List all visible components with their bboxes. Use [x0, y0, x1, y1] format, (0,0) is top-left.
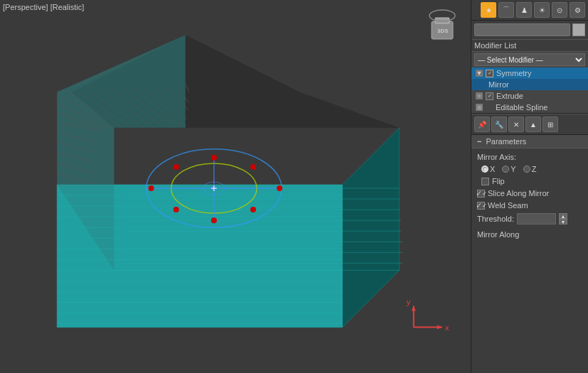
- utility-icon[interactable]: ⚙: [570, 2, 585, 18]
- svg-text:y: y: [407, 298, 411, 306]
- slice-along-mirror-checkbox[interactable]: ✓: [477, 190, 485, 198]
- modifier-select[interactable]: — Select Modifier —: [474, 53, 585, 66]
- editable-spline-label: Editable Spline: [496, 103, 547, 112]
- object-name-input[interactable]: Rectangle003: [474, 23, 570, 36]
- slice-along-mirror-label: Slice Along Mirror: [488, 189, 549, 198]
- parameters-section: Parameters Mirror Axis: X Y Z: [471, 135, 588, 373]
- threshold-input[interactable]: 1.0mm: [517, 213, 556, 225]
- viewport[interactable]: [Perspective] [Realistic]: [0, 0, 471, 373]
- radio-z[interactable]: Z: [523, 165, 537, 173]
- modifier-item-extrude[interactable]: ★ ✓ Extrude: [471, 90, 588, 102]
- modifier-list-label: Modifier List: [471, 39, 588, 52]
- pin-stack-button[interactable]: 📌: [474, 117, 490, 132]
- editable-spline-icon: ▣: [476, 104, 483, 111]
- weld-seam-checkbox[interactable]: ✓: [477, 202, 485, 210]
- svg-point-54: [211, 155, 217, 161]
- modifier-item-editable-spline[interactable]: ▣ Editable Spline: [471, 102, 588, 113]
- flip-checkbox[interactable]: [481, 178, 489, 185]
- object-name-row: Rectangle003: [471, 21, 588, 39]
- configure-button[interactable]: 🔧: [491, 117, 507, 132]
- svg-point-61: [250, 207, 256, 212]
- camera-icon[interactable]: ⊙: [552, 2, 567, 18]
- radio-x-label: X: [490, 165, 495, 173]
- star-icon[interactable]: ★: [481, 2, 496, 18]
- svg-text:3DS: 3DS: [437, 28, 449, 34]
- radio-z-label: Z: [532, 165, 537, 173]
- slice-along-mirror-row: ✓ Slice Along Mirror: [477, 189, 582, 198]
- threshold-spinner: ▲ ▼: [559, 213, 567, 225]
- radio-z-btn[interactable]: [523, 166, 530, 173]
- radio-y-btn[interactable]: [502, 166, 509, 173]
- mirror-axis-label: Mirror Axis:: [477, 153, 516, 161]
- scene-canvas: x y: [0, 0, 471, 373]
- threshold-up-btn[interactable]: ▲: [559, 213, 567, 219]
- extrude-label: Extrude: [496, 92, 523, 100]
- symmetry-label: Symmetry: [496, 69, 532, 77]
- threshold-label: Threshold:: [477, 215, 514, 223]
- parameters-header: Parameters: [471, 135, 588, 148]
- copy-button[interactable]: ⊞: [542, 117, 558, 132]
- mirror-along-row: Mirror Along: [477, 230, 582, 239]
- threshold-row: Threshold: 1.0mm ▲ ▼: [477, 213, 582, 225]
- radio-x[interactable]: X: [481, 165, 495, 173]
- light-icon[interactable]: ☀: [534, 2, 550, 18]
- flip-row: Flip: [477, 177, 582, 185]
- symmetry-expand-icon: ▼: [476, 70, 483, 77]
- extrude-checkbox[interactable]: ✓: [486, 92, 493, 100]
- flip-label: Flip: [492, 177, 505, 185]
- extrude-icon: ★: [476, 92, 483, 99]
- modifier-item-symmetry[interactable]: ▼ ✓ Symmetry: [471, 67, 588, 79]
- radio-x-btn[interactable]: [481, 166, 488, 173]
- mirror-along-label: Mirror Along: [477, 230, 519, 239]
- svg-point-56: [149, 185, 154, 191]
- person-icon[interactable]: ♟: [516, 2, 532, 18]
- radio-y[interactable]: Y: [502, 165, 515, 173]
- modifier-toolbar: 📌 🔧 ✕ ▲ ⊞: [471, 114, 588, 135]
- mirror-label: Mirror: [488, 80, 509, 89]
- svg-point-57: [277, 185, 282, 191]
- top-icon-toolbar: ★ ⌒ ♟ ☀ ⊙ ⚙: [471, 0, 588, 21]
- gizmo-indicator: 3DS: [421, 7, 464, 50]
- svg-point-58: [173, 164, 179, 170]
- threshold-down-btn[interactable]: ▼: [559, 219, 567, 225]
- parameters-body: Mirror Axis: X Y Z Fli: [471, 148, 588, 247]
- symmetry-checkbox[interactable]: ✓: [486, 70, 493, 77]
- viewport-label: [Perspective] [Realistic]: [3, 3, 84, 11]
- right-panel: ★ ⌒ ♟ ☀ ⊙ ⚙ Rectangle003 Modifier List —…: [471, 0, 588, 373]
- modifier-dropdown[interactable]: — Select Modifier —: [471, 52, 588, 67]
- weld-seam-row: ✓ Weld Seam: [477, 201, 582, 210]
- weld-seam-label: Weld Seam: [488, 201, 528, 210]
- mirror-axis-row: Mirror Axis:: [477, 153, 582, 161]
- axis-radio-row: X Y Z: [477, 165, 582, 173]
- svg-point-59: [250, 164, 256, 170]
- svg-text:x: x: [445, 323, 449, 332]
- radio-y-label: Y: [511, 165, 515, 173]
- modifier-item-mirror[interactable]: Mirror: [471, 79, 588, 90]
- delete-button[interactable]: ✕: [508, 117, 524, 132]
- modifier-list: ▼ ✓ Symmetry Mirror ★ ✓ Extrude ▣ Editab…: [471, 67, 588, 114]
- curve-icon[interactable]: ⌒: [498, 2, 514, 18]
- svg-point-60: [173, 207, 179, 212]
- move-up-button[interactable]: ▲: [525, 117, 541, 132]
- color-swatch[interactable]: [572, 23, 585, 36]
- svg-point-55: [211, 217, 217, 223]
